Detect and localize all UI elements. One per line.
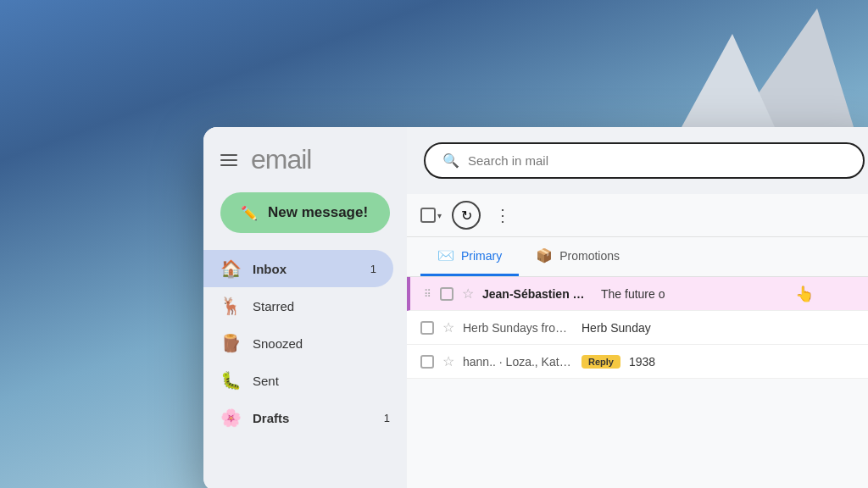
star-icon[interactable]: ☆ — [442, 353, 454, 369]
hamburger-line-1 — [220, 154, 237, 156]
main-header: 🔍 Search in mail — [407, 127, 868, 194]
email-list: ⠿ ☆ Jean-Sébastien Wall. The future o 👆 … — [407, 277, 868, 488]
hamburger-menu-button[interactable] — [220, 154, 237, 166]
reply-badge: Reply — [581, 355, 620, 369]
new-message-button[interactable]: ✏️ New message! — [220, 192, 390, 233]
email-subject: 1938 — [629, 355, 868, 369]
tab-promotions[interactable]: 📦 Promotions — [519, 237, 637, 276]
email-subject: Herb Sunday — [581, 321, 868, 335]
hamburger-line-3 — [220, 164, 237, 166]
inbox-tabs: ✉️ Primary 📦 Promotions — [407, 237, 868, 277]
inbox-label: Inbox — [253, 262, 287, 276]
app-title: email — [251, 144, 311, 175]
star-icon[interactable]: ☆ — [462, 286, 474, 302]
email-checkbox[interactable] — [440, 287, 453, 301]
more-options-button[interactable]: ⋮ — [491, 205, 515, 225]
search-placeholder: Search in mail — [468, 153, 548, 168]
email-row[interactable]: ☆ hann.. · Loza., Katy 12 Reply 1938 — [407, 345, 868, 379]
drafts-label: Drafts — [253, 411, 289, 425]
sent-icon: 🐛 — [220, 370, 241, 391]
drafts-badge: 1 — [384, 412, 390, 424]
drag-handle-icon: ⠿ — [424, 288, 431, 300]
nav-list: 🏠 Inbox 1 🦌 Starred 🪵 Snoozed 🐛 Sent 🌸 D… — [203, 250, 407, 474]
sidebar-header: email — [203, 144, 407, 192]
email-sender: hann.. · Loza., Katy 12 — [463, 355, 573, 369]
email-app-window: email ✏️ New message! 🏠 Inbox 1 🦌 Starre… — [203, 127, 868, 488]
sidebar: email ✏️ New message! 🏠 Inbox 1 🦌 Starre… — [203, 127, 407, 488]
select-all-area[interactable]: ▾ — [420, 208, 442, 223]
sidebar-item-snoozed[interactable]: 🪵 Snoozed — [203, 324, 407, 362]
promotions-tab-icon: 📦 — [536, 247, 553, 263]
drafts-icon: 🌸 — [220, 408, 241, 428]
primary-tab-icon: ✉️ — [437, 247, 454, 263]
primary-tab-label: Primary — [461, 249, 502, 263]
inbox-badge: 1 — [370, 263, 376, 275]
email-subject: The future o — [601, 287, 868, 301]
email-sender: Jean-Sébastien Wall. — [482, 287, 593, 301]
refresh-icon: ↻ — [461, 208, 472, 224]
select-dropdown-arrow[interactable]: ▾ — [437, 211, 442, 220]
refresh-button[interactable]: ↻ — [452, 201, 481, 230]
snoozed-label: Snoozed — [253, 336, 303, 351]
email-checkbox[interactable] — [420, 355, 434, 369]
search-bar[interactable]: 🔍 Search in mail — [424, 142, 865, 179]
sent-label: Sent — [253, 374, 279, 388]
inbox-icon: 🏠 — [220, 258, 241, 279]
sidebar-item-inbox[interactable]: 🏠 Inbox 1 — [203, 250, 393, 287]
sidebar-item-sent[interactable]: 🐛 Sent — [203, 362, 407, 399]
snoozed-icon: 🪵 — [220, 333, 241, 353]
sidebar-item-starred[interactable]: 🦌 Starred — [203, 287, 407, 324]
hamburger-line-2 — [220, 159, 237, 161]
star-icon[interactable]: ☆ — [442, 319, 454, 336]
pencil-icon: ✏️ — [241, 205, 258, 221]
toolbar: ▾ ↻ ⋮ — [407, 194, 868, 237]
email-row[interactable]: ⠿ ☆ Jean-Sébastien Wall. The future o 👆 — [407, 277, 868, 311]
email-checkbox[interactable] — [420, 321, 434, 335]
search-icon: 🔍 — [442, 152, 459, 169]
tab-primary[interactable]: ✉️ Primary — [420, 237, 519, 276]
main-content: 🔍 Search in mail ▾ ↻ ⋮ ✉️ Primary 📦 Pro — [407, 127, 868, 488]
starred-icon: 🦌 — [220, 296, 241, 316]
email-row[interactable]: ☆ Herb Sundays from S. Herb Sunday — [407, 311, 868, 345]
email-sender: Herb Sundays from S. — [463, 321, 573, 335]
promotions-tab-label: Promotions — [559, 249, 620, 263]
starred-label: Starred — [253, 299, 294, 313]
cursor-icon: 👆 — [795, 285, 814, 303]
select-all-checkbox[interactable] — [420, 208, 436, 223]
new-message-label: New message! — [268, 204, 368, 221]
sidebar-item-drafts[interactable]: 🌸 Drafts 1 — [203, 399, 407, 436]
